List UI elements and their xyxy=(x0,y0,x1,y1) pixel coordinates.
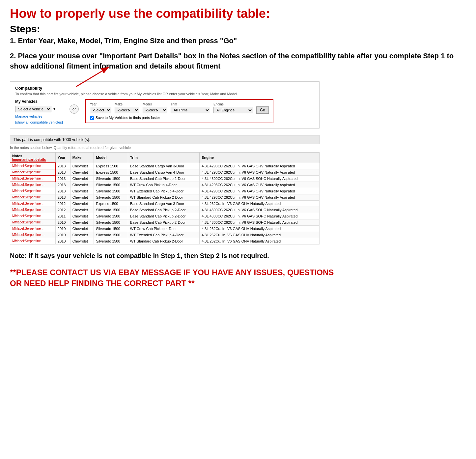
table-cell: 2011 xyxy=(55,213,70,219)
table-cell: 2010 xyxy=(55,238,70,244)
table-cell: Base Standard Cargo Van 3-Door xyxy=(128,163,199,169)
table-row: Mfrlabel:Serpentine ...2010ChevroletSilv… xyxy=(10,219,320,225)
model-field-group: Model -Select- xyxy=(143,102,167,113)
note-text: Note: if it says your vehicle is not com… xyxy=(10,251,339,260)
table-cell: Chevrolet xyxy=(70,219,94,225)
table-cell: Base Standard Cab Pickup 2-Door xyxy=(128,219,199,225)
table-cell: Mfrlabel:Serpentine ... xyxy=(10,225,56,232)
table-cell: Mfrlabel:Serpentine ... xyxy=(10,238,56,244)
col-header-engine: Engine xyxy=(200,152,320,163)
table-cell: 2013 xyxy=(55,182,70,188)
table-cell: Chevrolet xyxy=(70,238,94,244)
table-cell: Mfrlabel:Serpentine ... xyxy=(10,232,56,238)
table-cell: 4.3L 262Cu. In. V6 GAS OHV Naturally Asp… xyxy=(200,232,320,238)
trim-select[interactable]: All Trims xyxy=(171,107,210,113)
vehicle-select[interactable]: Select a vehicle xyxy=(15,106,51,112)
table-cell: Silverado 1500 xyxy=(94,188,128,194)
table-cell: 4.3L 262Cu. In. V6 GAS OHV Naturally Asp… xyxy=(200,225,320,232)
col-header-make: Make xyxy=(70,152,94,163)
save-checkbox[interactable] xyxy=(90,116,94,120)
table-row: Mfrlabel:Serpentine ...2013ChevroletSilv… xyxy=(10,188,320,194)
trim-label: Trim xyxy=(171,102,210,106)
col-header-year: Year xyxy=(55,152,70,163)
table-cell: 4.3L 4300CC 262Cu. In. V6 GAS SOHC Natur… xyxy=(200,219,320,225)
table-cell: Chevrolet xyxy=(70,194,94,200)
col-header-model: Model xyxy=(94,152,128,163)
important-part-link[interactable]: Important part details xyxy=(12,158,53,161)
table-row: Mfrlabel:Serpentine ...2011ChevroletSilv… xyxy=(10,213,320,219)
table-cell: Base Standard Cargo Van 3-Door xyxy=(128,200,199,207)
contact-text: **PLEASE CONTACT US VIA EBAY MESSAGE IF … xyxy=(10,267,339,289)
table-cell: Base Standard Cab Pickup 2-Door xyxy=(128,175,199,182)
table-cell: Chevrolet xyxy=(70,182,94,188)
table-row: Mfrlabel:Serpentine ...2013ChevroletSilv… xyxy=(10,182,320,188)
my-vehicles-section: My Vehicles Select a vehicle ▼ Manage ve… xyxy=(15,99,63,124)
table-cell: 4.3L 4293CC 262Cu. In. V6 GAS OHV Natura… xyxy=(200,163,320,169)
compat-desc: To confirm that this part fits your vehi… xyxy=(15,92,314,96)
engine-select[interactable]: All Engines xyxy=(213,107,253,113)
table-cell: 2013 xyxy=(55,188,70,194)
table-cell: Mfrlabel:Serpentine ... xyxy=(10,188,56,194)
table-cell: Chevrolet xyxy=(70,225,94,232)
table-row: Mfrlabel:Serpentine ...2013ChevroletSilv… xyxy=(10,194,320,200)
table-cell: Chevrolet xyxy=(70,175,94,182)
table-cell: Chevrolet xyxy=(70,200,94,207)
table-cell: Silverado 1500 xyxy=(94,238,128,244)
table-row: Mfrlabel:Serpentine ...2013ChevroletExpr… xyxy=(10,163,320,169)
steps-label: Steps: xyxy=(10,23,466,35)
table-cell: Mfrlabel:Serpentine ... xyxy=(10,213,56,219)
model-select[interactable]: -Select- xyxy=(143,107,167,113)
table-cell: 2010 xyxy=(55,232,70,238)
table-cell: Base Standard Cab Pickup 2-Door xyxy=(128,207,199,213)
year-make-section: Year -Select- Make -Select- Model -Selec… xyxy=(85,99,273,123)
main-title: How to properly use the compatibility ta… xyxy=(10,7,466,21)
table-cell: 4.3L 262Cu. In. V6 GAS OHV Naturally Asp… xyxy=(200,200,320,207)
compatibility-table: Notes Important part details Year Make M… xyxy=(10,152,320,244)
table-cell: Silverado 1500 xyxy=(94,213,128,219)
table-cell: Express 1500 xyxy=(94,169,128,175)
table-cell: Base Standard Cab Pickup 2-Door xyxy=(128,213,199,219)
table-row: Mfrlabel:Serpentine ...2010ChevroletSilv… xyxy=(10,232,320,238)
table-cell: Mfrlabel:Serpentine ... xyxy=(10,200,56,207)
compatibility-section: Compatibility To confirm that this part … xyxy=(10,81,320,129)
year-field-group: Year -Select- xyxy=(90,102,111,113)
step1-text: 1. Enter Year, Make, Model, Trim, Engine… xyxy=(10,37,466,45)
show-all-link[interactable]: [show all compatible vehicles] xyxy=(15,120,63,124)
table-cell: Chevrolet xyxy=(70,163,94,169)
table-cell: WT Standard Cab Pickup 2-Door xyxy=(128,194,199,200)
table-row: Mfrlabel:Serpentine ...2013ChevroletSilv… xyxy=(10,175,320,182)
table-cell: Silverado 1500 xyxy=(94,207,128,213)
table-row: Mfrlabel:Serpentine...2013ChevroletExpre… xyxy=(10,169,320,175)
table-cell: Chevrolet xyxy=(70,188,94,194)
table-cell: 4.3L 4300CC 262Cu. In. V6 GAS SOHC Natur… xyxy=(200,213,320,219)
table-cell: Silverado 1500 xyxy=(94,194,128,200)
table-cell: 4.3L 4293CC 262Cu. In. V6 GAS OHV Natura… xyxy=(200,194,320,200)
table-cell: Mfrlabel:Serpentine ... xyxy=(10,175,56,182)
table-cell: Mfrlabel:Serpentine ... xyxy=(10,219,56,225)
table-cell: Silverado 1500 xyxy=(94,232,128,238)
table-cell: WT Extended Cab Pickup 4-Door xyxy=(128,188,199,194)
table-cell: 2013 xyxy=(55,169,70,175)
table-cell: 2012 xyxy=(55,200,70,207)
table-row: Mfrlabel:Serpentine ...2010ChevroletSilv… xyxy=(10,225,320,232)
trim-field-group: Trim All Trims xyxy=(171,102,210,113)
year-select[interactable]: -Select- xyxy=(90,107,111,113)
fields-row: Year -Select- Make -Select- Model -Selec… xyxy=(90,102,269,114)
table-cell: 4.3L 4293CC 262Cu. In. V6 GAS OHV Natura… xyxy=(200,188,320,194)
my-vehicles-label: My Vehicles xyxy=(15,99,63,104)
table-cell: 2010 xyxy=(55,225,70,232)
table-row: Mfrlabel:Serpentine ...2012ChevroletSilv… xyxy=(10,207,320,213)
table-cell: 4.3L 4293CC 262Cu. In. V6 GAS OHV Natura… xyxy=(200,182,320,188)
make-label: Make xyxy=(115,102,139,106)
table-cell: Mfrlabel:Serpentine ... xyxy=(10,207,56,213)
manage-vehicles-link[interactable]: Manage vehicles xyxy=(15,114,63,118)
table-cell: WT Crew Cab Pickup 4-Door xyxy=(128,225,199,232)
col-header-trim: Trim xyxy=(128,152,199,163)
table-cell: Silverado 1500 xyxy=(94,175,128,182)
make-select[interactable]: -Select- xyxy=(115,107,139,113)
go-button[interactable]: Go xyxy=(256,106,269,114)
table-cell: WT Crew Cab Pickup 4-Door xyxy=(128,182,199,188)
table-cell: 2010 xyxy=(55,219,70,225)
engine-field-group: Engine All Engines xyxy=(213,102,253,113)
table-cell: 4.3L 262Cu. In. V6 GAS OHV Naturally Asp… xyxy=(200,238,320,244)
